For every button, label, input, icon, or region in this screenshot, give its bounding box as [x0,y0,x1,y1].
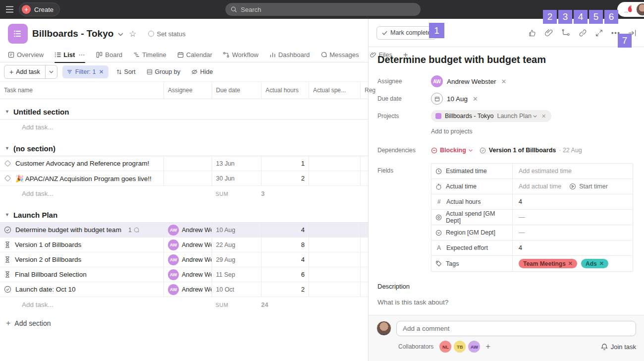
section-header[interactable]: ▼ Untitled section [0,104,368,120]
assignee-avatar[interactable]: AW [431,75,443,87]
add-task-dropdown[interactable] [45,65,57,78]
sidebar-toggle-icon[interactable] [0,0,19,19]
filter-button[interactable]: Filter: 1 ✕ [62,65,108,78]
dependency-type-selector[interactable]: Blocking [431,147,473,154]
section-header[interactable]: ▼ (no section) [0,141,368,156]
task-row[interactable]: Launch date: Oct 10 AW Andrew We... 10 O… [0,282,368,297]
project-section-selector[interactable]: Launch Plan [497,113,537,120]
add-section-button[interactable]: + Add section [0,312,368,328]
task-due-date[interactable]: 10 Oct [212,282,261,297]
task-name[interactable]: Launch date: Oct 10 [15,286,76,293]
project-icon[interactable] [8,24,28,44]
column-actual-spend[interactable]: Actual spe... [309,82,360,99]
column-assignee[interactable]: Assignee [163,82,212,99]
remove-assignee-icon[interactable]: ✕ [500,78,508,85]
tab-overview[interactable]: Overview [8,48,44,62]
task-row[interactable]: Customer Advocacy and Reference program!… [0,156,368,171]
hourglass-icon[interactable] [4,271,11,278]
task-name[interactable]: Determine budget with budget team [15,226,121,234]
section-collapse-icon[interactable]: ▼ [5,212,9,217]
group-by-button[interactable]: Group by [144,68,183,75]
tab-list[interactable]: List ⋯ [54,48,85,62]
section-header-launch-plan[interactable]: ▼ Launch Plan [0,207,368,223]
tag-team-meetings[interactable]: Team Meetings ✕ [519,259,577,268]
tab-workflow[interactable]: Workflow [223,48,258,62]
favorite-star-icon[interactable]: ☆ [129,29,136,39]
task-due-date[interactable]: 30 Jun [212,171,261,185]
clear-filter-icon[interactable]: ✕ [99,68,104,75]
field-row-tags[interactable]: Tags Team Meetings ✕ Ads ✕ [431,256,633,271]
tab-calendar[interactable]: Calendar [177,48,213,62]
start-timer-button[interactable]: Start timer [569,183,608,190]
search-input[interactable]: Search [225,3,421,16]
add-task-row[interactable]: Add task... SUM 3 [0,186,368,201]
profile-pill[interactable] [617,2,644,17]
tab-board[interactable]: Board [96,48,122,62]
tab-timeline[interactable]: Timeline [133,48,166,62]
collaborator-avatar[interactable]: NL [439,341,451,353]
task-name[interactable]: Version 2 of Billboards [15,256,81,263]
tab-dashboard[interactable]: Dashboard [269,48,310,62]
task-name[interactable]: Version 1 of Billboards [15,241,81,248]
set-status-button[interactable]: Set status [148,30,186,38]
column-due-date[interactable]: Due date [212,82,261,99]
task-due-date[interactable]: 22 Aug [212,238,261,252]
task-actual-hours[interactable]: 4 [261,252,309,267]
tab-messages[interactable]: Messages [321,48,359,62]
sort-button[interactable]: Sort [113,68,139,75]
task-row[interactable]: Final Billboard Selection AW Andrew We..… [0,267,368,282]
collaborator-avatar[interactable]: AW [468,341,480,353]
task-actual-hours[interactable]: 8 [261,238,309,252]
task-actual-hours[interactable]: 1 [261,156,309,171]
milestone-icon[interactable] [4,175,11,182]
section-collapse-icon[interactable]: ▼ [5,109,9,114]
milestone-icon[interactable] [4,160,11,167]
project-name[interactable]: Billboards - Tokyo [445,113,493,120]
tab-list-more-icon[interactable]: ⋯ [78,51,85,59]
field-row-estimated-time[interactable]: Estimated time Add estimated time [431,164,633,179]
task-name[interactable]: Final Billboard Selection [15,271,87,278]
like-thumbs-up-icon[interactable] [528,29,537,37]
assignee-avatar[interactable]: AW [168,284,179,295]
add-task-row[interactable]: Add task... [0,120,368,134]
add-collaborator-button[interactable]: + [485,342,490,351]
copy-link-icon[interactable] [579,29,587,37]
task-row-selected[interactable]: Determine budget with budget team 1 AW A… [0,223,368,238]
add-to-projects-link[interactable]: Add to projects [431,128,472,135]
add-task-button[interactable]: + Add task [4,65,57,79]
project-pill[interactable]: Billboards - Tokyo Launch Plan ✕ [431,110,551,122]
due-date-value[interactable]: 10 Aug [447,95,468,103]
task-row[interactable]: 🎉 APAC/ANZ Acquisition Program goes live… [0,171,368,186]
add-subtask-icon[interactable] [561,29,570,37]
collaborator-avatar[interactable]: TB [454,341,466,353]
description-input[interactable]: What is this task about? [377,299,635,306]
field-row-expected-effort[interactable]: A Expected effort 4 [431,241,633,256]
remove-tag-icon[interactable]: ✕ [568,260,573,267]
assignee-avatar[interactable]: AW [168,269,179,280]
task-actual-hours[interactable]: 4 [261,223,309,237]
task-due-date[interactable]: 10 Aug [212,223,261,237]
column-actual-hours[interactable]: Actual hours [261,82,309,99]
add-task-row[interactable]: Add task... SUM 24 [0,297,368,312]
task-row[interactable]: Version 1 of Billboards AW Andrew We... … [0,238,368,252]
assignee-avatar[interactable]: AW [168,254,179,265]
hourglass-icon[interactable] [4,256,11,263]
mark-complete-button[interactable]: Mark complete [376,26,436,40]
section-collapse-icon[interactable]: ▼ [5,146,9,151]
due-date-calendar-icon[interactable] [431,93,443,105]
check-circle-icon[interactable] [4,286,11,293]
join-task-button[interactable]: Join task [601,343,636,351]
task-due-date[interactable]: 11 Sep [212,267,261,282]
check-circle-icon[interactable] [4,226,11,234]
task-actual-hours[interactable]: 2 [261,171,309,185]
task-row[interactable]: Version 2 of Billboards AW Andrew We... … [0,252,368,267]
assignee-name[interactable]: Andrew Webster [447,78,496,85]
attachment-paperclip-icon[interactable] [545,29,553,37]
hourglass-icon[interactable] [4,241,11,248]
task-title[interactable]: Determine budget with budget team [377,54,635,65]
remove-due-date-icon[interactable]: ✕ [472,95,479,103]
dependency-task-link[interactable]: Version 1 of Billboards · 22 Aug [480,147,582,154]
task-name[interactable]: Customer Advocacy and Reference program! [15,160,149,167]
field-row-actual-hours[interactable]: # Actual hours 4 [431,194,633,210]
task-actual-hours[interactable]: 2 [261,282,309,297]
